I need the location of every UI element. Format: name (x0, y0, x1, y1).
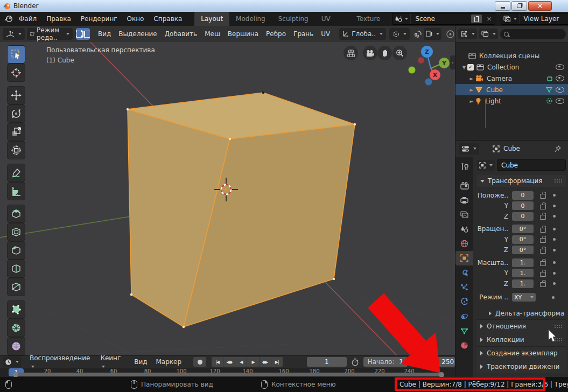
menu-keying[interactable]: Кеинг (96, 354, 130, 369)
view-layer-icon[interactable] (501, 13, 520, 24)
lock-icon[interactable] (540, 261, 546, 266)
location-x-input[interactable]: 0 (512, 191, 534, 200)
object-name-field[interactable]: Cube (497, 159, 566, 171)
tool-annotate[interactable] (8, 164, 25, 181)
animate-dot-icon[interactable] (553, 261, 556, 264)
menu-select[interactable]: Выделение (115, 30, 160, 38)
vertex-select-button[interactable] (76, 28, 83, 40)
menu-edge[interactable]: Ребро (262, 30, 290, 38)
play-reverse-button[interactable]: ◀ (235, 357, 247, 367)
view-layer-name[interactable]: View Layer (520, 15, 568, 23)
navigation-gizmo[interactable]: Z Y X (409, 46, 450, 86)
tab-scene[interactable] (455, 222, 473, 236)
section-motion-paths[interactable]: Траектории движени (477, 360, 566, 373)
section-relations[interactable]: Отношения (477, 319, 566, 333)
menu-file[interactable]: Файл (14, 12, 41, 26)
rotation-mode-dropdown[interactable]: XY (512, 293, 536, 302)
snap-toggle-button[interactable] (414, 30, 422, 38)
pan-view-button[interactable] (377, 46, 392, 60)
location-z-input[interactable]: 0 (512, 212, 534, 221)
tool-cursor[interactable] (8, 64, 25, 81)
outliner-row-collection[interactable]: ▼ ✓ Collection (455, 61, 568, 73)
lock-icon[interactable] (540, 238, 546, 243)
tool-move[interactable] (8, 87, 25, 104)
lock-icon[interactable] (540, 272, 546, 277)
scene-name[interactable]: Scene (411, 15, 471, 23)
animate-dot-icon[interactable] (553, 249, 556, 251)
gizmo-minus-z[interactable] (425, 79, 432, 86)
outliner-row-cube[interactable]: ► Cube (455, 84, 568, 95)
menu-window[interactable]: Окно (122, 12, 149, 26)
tool-smooth[interactable] (8, 338, 25, 355)
proportional-editing-button[interactable] (446, 30, 455, 39)
toggle-perspective-button[interactable] (343, 46, 358, 60)
drag-grip-icon[interactable] (555, 325, 563, 328)
camera-view-button[interactable] (363, 46, 377, 60)
tab-texture[interactable]: Texture (350, 12, 387, 26)
tool-inset[interactable] (8, 223, 25, 241)
hide-eye-icon[interactable] (556, 98, 564, 104)
tool-scale[interactable] (8, 123, 25, 141)
tab-particles[interactable] (455, 280, 473, 295)
lock-icon[interactable] (540, 249, 546, 254)
menu-view-timeline[interactable]: Вид (130, 358, 151, 366)
jump-to-end-button[interactable]: ▶| (271, 357, 283, 367)
tool-rotate[interactable] (8, 105, 25, 122)
expand-arrow-icon[interactable]: ► (468, 87, 475, 93)
timeline-scrollbar[interactable] (14, 373, 443, 376)
hide-eye-icon[interactable] (556, 87, 564, 93)
editor-type-button[interactable] (3, 28, 25, 40)
pin-icon[interactable] (555, 145, 561, 152)
tab-tool[interactable] (455, 160, 473, 174)
animate-dot-icon[interactable] (553, 238, 556, 241)
timeline-editor-type-button[interactable] (3, 356, 21, 367)
menu-edit[interactable]: Правка (41, 12, 76, 26)
collection-checkbox[interactable]: ✓ (467, 64, 474, 71)
animate-dot-icon[interactable] (553, 228, 556, 230)
expand-arrow-icon[interactable]: ► (468, 76, 475, 81)
properties-editor-type-button[interactable] (459, 143, 479, 155)
menu-add[interactable]: Добавить (161, 30, 201, 38)
animate-dot-icon[interactable] (553, 272, 556, 275)
animate-dot-icon[interactable] (553, 194, 556, 197)
jump-to-start-button[interactable]: |◀ (212, 357, 223, 367)
gizmo-minus-y[interactable] (409, 67, 416, 74)
transform-panel-header[interactable]: Трансформация (477, 175, 566, 187)
tool-select-box[interactable] (8, 46, 25, 63)
tab-sculpting[interactable]: Sculpting (272, 12, 315, 26)
rotation-y-input[interactable]: 0° (512, 235, 534, 244)
pivot-point-dropdown[interactable] (389, 28, 410, 40)
menu-render[interactable]: Рендеринг (76, 12, 122, 26)
tab-constraints[interactable] (455, 309, 473, 324)
animate-dot-icon[interactable] (552, 296, 555, 299)
play-button[interactable]: ▶ (247, 357, 259, 367)
minimize-button[interactable] (495, 1, 510, 11)
zoom-view-button[interactable] (392, 46, 407, 60)
tab-material[interactable] (455, 338, 473, 353)
section-instancing[interactable]: Создание экземпляр (477, 346, 566, 360)
current-frame-field[interactable]: 1 (307, 357, 347, 367)
snap-settings-dropdown[interactable] (424, 28, 441, 40)
tool-transform[interactable] (8, 142, 25, 159)
tool-loop-cut[interactable] (8, 260, 25, 277)
unlink-scene-icon[interactable]: × (483, 15, 494, 23)
outliner-search-input[interactable] (500, 29, 566, 39)
location-y-input[interactable]: 0 (512, 201, 534, 210)
animate-dot-icon[interactable] (553, 205, 556, 207)
lock-icon[interactable] (540, 282, 546, 287)
tab-view-layer[interactable] (455, 207, 473, 222)
tool-extrude[interactable] (8, 205, 25, 222)
gizmo-minus-x[interactable] (418, 57, 424, 64)
tab-uv-editing[interactable]: UV Editing (315, 12, 350, 26)
cube-mesh[interactable] (127, 92, 356, 328)
3d-viewport[interactable]: Z Y X Пользовательская перспектива (1) C… (0, 42, 455, 355)
close-button[interactable]: × (528, 1, 552, 11)
mode-selector[interactable]: Режим реда.. (27, 28, 73, 40)
transform-orientation-dropdown[interactable]: Глоба.. (339, 28, 386, 40)
tab-modeling[interactable]: Modeling (229, 12, 272, 26)
menu-vertex[interactable]: Вершина (224, 30, 262, 38)
hide-eye-icon[interactable] (556, 75, 564, 81)
frame-start-field[interactable]: Начало: 1 (363, 357, 408, 367)
menu-face[interactable]: Грань (290, 30, 317, 38)
scale-x-input[interactable]: 1. (512, 258, 534, 267)
